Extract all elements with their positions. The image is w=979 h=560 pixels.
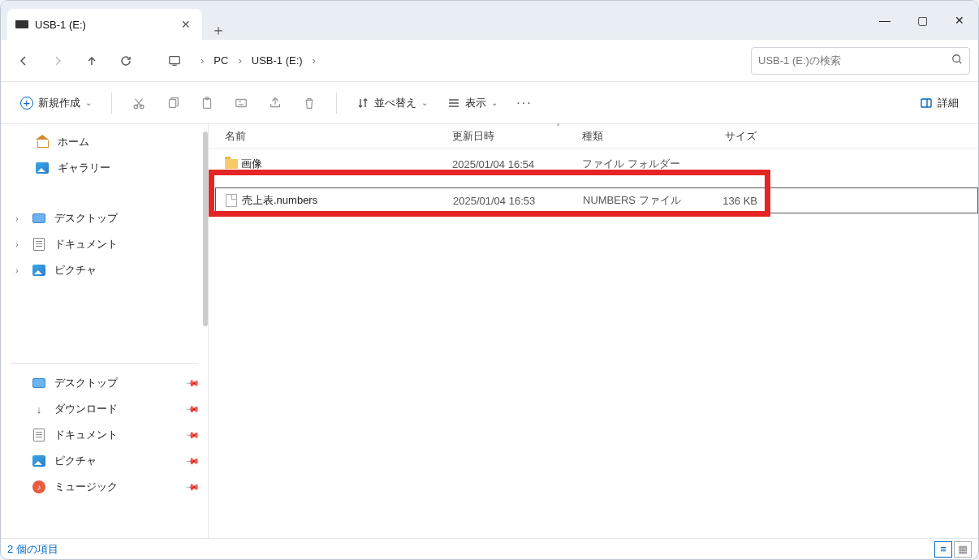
cut-button[interactable] (123, 88, 154, 118)
view-mode-buttons: ≡ ▦ (934, 541, 972, 558)
search-input[interactable] (758, 54, 947, 67)
folder-icon (225, 159, 241, 169)
chevron-right-icon[interactable]: › (236, 54, 243, 67)
sidebar-label: デスクトップ (54, 376, 118, 390)
table-row[interactable]: 売上表.numbers 2025/01/04 16:53 NUMBERS ファイ… (215, 187, 978, 213)
svg-rect-4 (170, 99, 176, 107)
titlebar: USB-1 (E:) ✕ ＋ — ▢ ✕ (1, 1, 978, 40)
file-icon (226, 194, 242, 207)
download-icon: ↓ (32, 402, 46, 416)
new-tab-button[interactable]: ＋ (202, 20, 235, 40)
chevron-down-icon: ⌄ (491, 98, 498, 107)
file-type: NUMBERS ファイル (583, 193, 692, 208)
search-icon[interactable] (951, 54, 963, 67)
paste-button[interactable] (192, 88, 222, 118)
forward-button[interactable] (43, 46, 72, 75)
column-date[interactable]: 更新日時 (452, 129, 582, 144)
sidebar-quick-documents[interactable]: ドキュメント 📌 (1, 422, 208, 448)
details-icon (920, 97, 933, 110)
sidebar-label: ピクチャ (54, 263, 97, 278)
svg-rect-5 (204, 98, 211, 108)
sidebar-documents[interactable]: › ドキュメント (1, 231, 208, 257)
details-pane-button[interactable]: 詳細 (912, 91, 967, 115)
pin-icon: 📌 (184, 427, 200, 442)
status-bar: 2 個の項目 ≡ ▦ (1, 538, 978, 559)
chevron-right-icon[interactable]: › (199, 54, 205, 67)
expand-icon[interactable]: › (15, 239, 19, 249)
details-view-button[interactable]: ≡ (934, 541, 952, 558)
expand-icon[interactable]: › (15, 213, 19, 223)
tab-active[interactable]: USB-1 (E:) ✕ (7, 9, 202, 40)
delete-button[interactable] (294, 88, 325, 118)
pc-icon[interactable] (160, 46, 189, 75)
sidebar-scrollbar[interactable] (203, 131, 208, 326)
sidebar-label: ホーム (58, 135, 89, 149)
refresh-button[interactable] (111, 46, 140, 75)
sidebar-quick-pictures[interactable]: ピクチャ 📌 (1, 448, 208, 474)
rename-button[interactable] (226, 88, 257, 118)
sidebar-desktop[interactable]: › デスクトップ (1, 205, 208, 231)
tab-bar: USB-1 (E:) ✕ ＋ (1, 1, 866, 40)
sidebar-label: ドキュメント (54, 237, 118, 252)
toolbar: + 新規作成 ⌄ 並べ替え ⌄ 表示 ⌄ ··· 詳細 (1, 82, 978, 124)
breadcrumb: › PC › USB-1 (E:) › (194, 50, 746, 71)
file-date: 2025/01/04 16:54 (452, 158, 582, 170)
new-button[interactable]: + 新規作成 ⌄ (12, 91, 100, 115)
column-size[interactable]: サイズ (692, 129, 757, 144)
explorer-window: USB-1 (E:) ✕ ＋ — ▢ ✕ › PC › USB-1 (E:) › (0, 0, 979, 560)
desktop-icon (32, 211, 46, 226)
chevron-down-icon: ⌄ (85, 98, 92, 107)
back-button[interactable] (9, 46, 38, 75)
sidebar-label: デスクトップ (54, 211, 118, 226)
svg-rect-8 (921, 99, 931, 107)
view-label: 表示 (465, 96, 486, 110)
view-icon (447, 97, 460, 110)
details-label: 詳細 (938, 96, 959, 110)
close-tab-icon[interactable]: ✕ (178, 18, 194, 31)
music-icon: ♪ (32, 480, 46, 494)
separator (111, 93, 112, 114)
pin-icon: 📌 (184, 479, 200, 494)
maximize-button[interactable]: ▢ (904, 1, 941, 40)
svg-point-1 (953, 55, 960, 62)
table-row[interactable]: 画像 2025/01/04 16:54 ファイル フォルダー (215, 152, 978, 176)
column-name[interactable]: 名前 (225, 129, 452, 144)
sidebar-label: ダウンロード (54, 402, 118, 416)
file-date: 2025/01/04 16:53 (453, 195, 583, 207)
item-count: 2 個の項目 (7, 542, 58, 557)
sidebar-quick-downloads[interactable]: ↓ ダウンロード 📌 (1, 396, 208, 422)
close-window-button[interactable]: ✕ (941, 1, 978, 40)
address-bar-row: › PC › USB-1 (E:) › (1, 40, 978, 82)
more-button[interactable]: ··· (509, 88, 540, 118)
sidebar-quick-desktop[interactable]: デスクトップ 📌 (1, 370, 208, 396)
document-icon (32, 237, 46, 252)
breadcrumb-pc[interactable]: PC (207, 50, 235, 71)
minimize-button[interactable]: — (866, 1, 904, 40)
icons-view-button[interactable]: ▦ (954, 541, 972, 558)
pin-icon: 📌 (184, 375, 200, 390)
breadcrumb-drive[interactable]: USB-1 (E:) (245, 50, 309, 71)
view-button[interactable]: 表示 ⌄ (439, 91, 506, 115)
sidebar-quick-music[interactable]: ♪ ミュージック 📌 (1, 474, 208, 500)
rows-container: 画像 2025/01/04 16:54 ファイル フォルダー 売上表.numbe… (209, 149, 978, 538)
sidebar-gallery[interactable]: ギャラリー (1, 155, 208, 181)
document-icon (32, 428, 46, 442)
copy-button[interactable] (157, 88, 188, 118)
sidebar-pictures[interactable]: › ピクチャ (1, 257, 208, 283)
file-name: 画像 (241, 157, 452, 171)
svg-rect-0 (170, 56, 179, 63)
tab-title: USB-1 (E:) (35, 19, 171, 31)
svg-rect-7 (236, 99, 247, 106)
window-controls: — ▢ ✕ (866, 1, 978, 40)
sidebar-label: ピクチャ (54, 454, 97, 468)
expand-icon[interactable]: › (15, 265, 19, 275)
sort-button[interactable]: 並べ替え ⌄ (348, 91, 436, 115)
chevron-down-icon: ⌄ (421, 98, 428, 107)
sidebar-home[interactable]: ホーム (1, 129, 208, 155)
share-button[interactable] (260, 88, 291, 118)
drive-icon (15, 20, 28, 28)
up-button[interactable] (77, 46, 106, 75)
chevron-right-icon[interactable]: › (311, 54, 317, 67)
search-box[interactable] (751, 47, 970, 75)
column-type[interactable]: 種類 (582, 129, 692, 144)
